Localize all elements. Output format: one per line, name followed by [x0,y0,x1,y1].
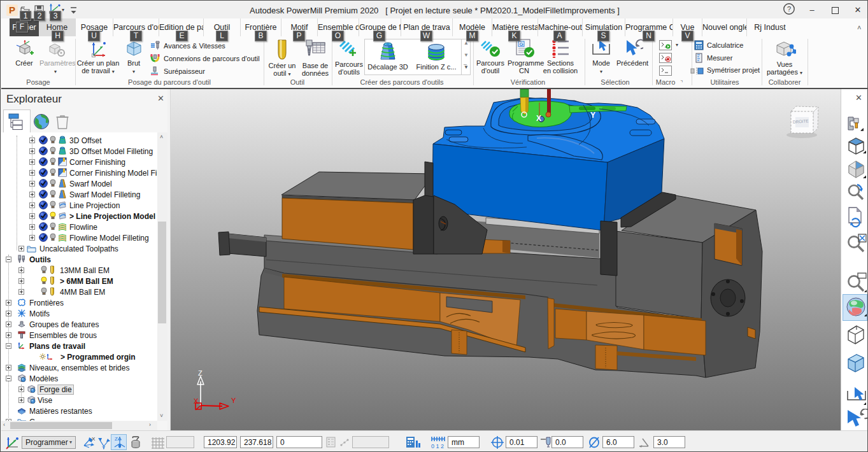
svg-text:Y: Y [590,111,595,120]
svg-text:0 1 2: 0 1 2 [431,443,444,449]
svg-text:X: X [92,436,96,442]
svg-text:Z: Z [198,369,203,377]
svg-text:X: X [194,397,199,405]
svg-text:X: X [536,114,541,123]
svg-text:Y: Y [102,445,106,449]
svg-text:Z: Z [115,436,118,442]
svg-text:G: G [519,41,523,47]
svg-text:Y: Y [231,397,236,404]
svg-text:?: ? [787,5,791,13]
